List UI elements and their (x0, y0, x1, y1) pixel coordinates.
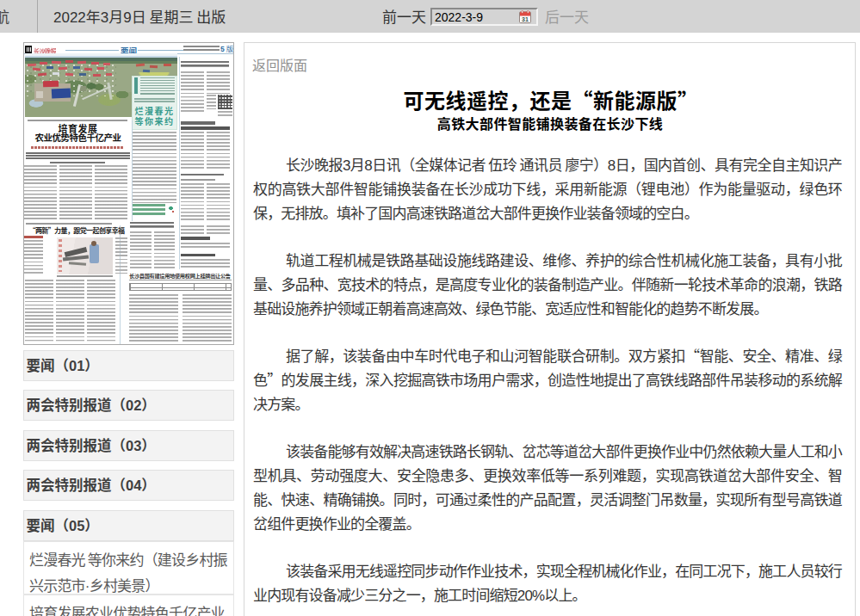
svg-text:31: 31 (522, 16, 529, 22)
